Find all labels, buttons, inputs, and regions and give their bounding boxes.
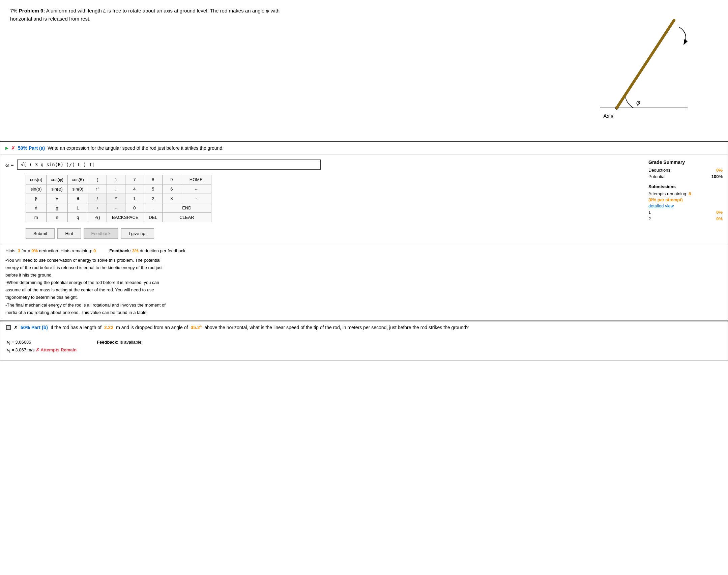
part-b-right: Feedback: is available. [97, 340, 143, 355]
part-b-section: 🔲 ✗ 50% Part (b) If the rod has a length… [0, 321, 728, 361]
deductions-row: Deductions 0% [648, 168, 723, 173]
giveup-button[interactable]: I give up! [121, 228, 154, 239]
key-gamma[interactable]: γ [47, 194, 67, 203]
key-7[interactable]: 7 [125, 175, 144, 184]
feedback-header: Feedback: 3% deduction per feedback. [109, 248, 186, 253]
key-g[interactable]: g [47, 203, 67, 213]
key-3[interactable]: 3 [162, 194, 181, 203]
part-a-description: Write an expression for the angular spee… [48, 145, 224, 151]
hint-button[interactable]: Hint [57, 228, 81, 239]
key-multiply[interactable]: * [107, 194, 125, 203]
deductions-value: 0% [716, 168, 723, 173]
hints-deduction-label: deduction. Hints remaining: [39, 248, 93, 253]
key-2[interactable]: 2 [144, 194, 162, 203]
key-d[interactable]: d [26, 203, 47, 213]
key-cos-alpha[interactable]: cos(α) [26, 175, 47, 184]
key-m[interactable]: m [26, 213, 47, 222]
key-4[interactable]: 4 [125, 184, 144, 194]
potential-value: 100% [711, 174, 723, 179]
key-cos-phi[interactable]: cos(φ) [47, 175, 67, 184]
part-b-desc-end: above the horizontal, what is the linear… [204, 325, 469, 330]
key-n[interactable]: n [47, 213, 67, 222]
main-container: 7% Problem 9: A uniform rod with length … [0, 0, 728, 575]
key-del[interactable]: DEL [144, 213, 162, 222]
key-0[interactable]: 0 [125, 203, 144, 213]
grade-summary-title: Grade Summary [648, 160, 723, 165]
key-end[interactable]: END [162, 203, 211, 213]
problem-section: 7% Problem 9: A uniform rod with length … [0, 0, 728, 142]
vt-value-2: = 3.067 m/s [11, 347, 34, 352]
key-8[interactable]: 8 [144, 175, 162, 184]
grade-summary: Grade Summary Deductions 0% Potential 10… [648, 160, 723, 239]
key-divide[interactable]: / [88, 194, 107, 203]
key-beta[interactable]: β [26, 194, 47, 203]
hints-body: -You will need to use conservation of en… [5, 257, 723, 316]
key-right-arrow[interactable]: → [181, 194, 211, 203]
hint-3: -The final mechanical energy of the rod … [5, 301, 174, 316]
part-b-x-icon: ✗ [14, 325, 18, 330]
key-sin-theta[interactable]: sin(θ) [67, 184, 88, 194]
key-plus[interactable]: + [88, 203, 107, 213]
key-close-paren[interactable]: ) [107, 175, 125, 184]
key-L[interactable]: L [67, 203, 88, 213]
submission-2-val: 0% [716, 216, 723, 221]
hints-text: -You will need to use conservation of en… [5, 257, 174, 316]
vt-value-1: = 3.06686 [11, 340, 31, 345]
svg-text:φ: φ [636, 99, 640, 106]
detailed-view-line: detailed view [648, 203, 723, 208]
part-b-angle: 35.2° [191, 325, 202, 330]
submissions-section: Submissions Attempts remaining: 8 (0% pe… [648, 184, 723, 221]
feedback-button[interactable]: Feedback [84, 228, 118, 239]
key-9[interactable]: 9 [162, 175, 181, 184]
key-sin-phi[interactable]: sin(φ) [47, 184, 67, 194]
answer-input[interactable] [17, 160, 321, 170]
part-b-unit: m and is dropped from an angle of [116, 325, 188, 330]
potential-label: Potential [648, 174, 666, 179]
key-clear[interactable]: CLEAR [162, 213, 211, 222]
part-a-main: ω = cos(α) cos(φ) cos(θ) ( ) 7 8 [5, 160, 642, 239]
part-b-label: 50% Part (b) [21, 325, 48, 330]
svg-line-3 [617, 20, 674, 108]
part-b-feedback-text: is available. [120, 340, 143, 345]
key-cos-theta[interactable]: cos(θ) [67, 175, 88, 184]
submissions-title: Submissions [648, 184, 723, 189]
key-minus[interactable]: - [107, 203, 125, 213]
key-home[interactable]: HOME [181, 175, 211, 184]
deductions-label: Deductions [648, 168, 670, 173]
key-up-caret[interactable]: ↑^ [88, 184, 107, 194]
hints-deduction: 0% [31, 248, 38, 253]
value-line-1: vt = 3.06686 [7, 340, 77, 346]
svg-text:Axis: Axis [603, 113, 613, 119]
detailed-view-link[interactable]: detailed view [648, 203, 674, 208]
submission-2-row: 2 0% [648, 216, 723, 221]
submission-2-num: 2 [648, 216, 651, 221]
key-1[interactable]: 1 [125, 194, 144, 203]
key-backspace[interactable]: BACKSPACE [107, 213, 144, 222]
key-left-arrow[interactable]: ← [181, 184, 211, 194]
answer-row: ω = [5, 160, 642, 170]
part-a-content: ω = cos(α) cos(φ) cos(θ) ( ) 7 8 [0, 154, 728, 244]
attempts-value: 8 [689, 191, 691, 196]
problem-title: 7% Problem 9: A uniform rod with length … [10, 7, 280, 23]
vt-sub-2: t [9, 349, 10, 353]
hint-1: -You will need to use conservation of en… [5, 257, 174, 279]
key-sin-alpha[interactable]: sin(α) [26, 184, 47, 194]
key-theta[interactable]: θ [67, 194, 88, 203]
hints-section: Hints: 3 for a 0% deduction. Hints remai… [0, 244, 728, 321]
hint-2: -When determining the potential energy o… [5, 279, 174, 301]
hints-remaining: 0 [93, 248, 96, 253]
key-sqrt[interactable]: √() [88, 213, 107, 222]
key-q[interactable]: q [67, 213, 88, 222]
key-dot[interactable]: . [144, 203, 162, 213]
answer-label: ω = [5, 162, 14, 168]
part-b-desc-start: If the rod has a length of [51, 325, 101, 330]
key-open-paren[interactable]: ( [88, 175, 107, 184]
feedback-pct: 3% [132, 248, 139, 253]
key-5[interactable]: 5 [144, 184, 162, 194]
rod-diagram: φ Axis [559, 7, 694, 135]
key-6[interactable]: 6 [162, 184, 181, 194]
key-down[interactable]: ↓ [107, 184, 125, 194]
submit-button[interactable]: Submit [26, 228, 55, 239]
problem-label: Problem 9: [19, 8, 45, 13]
submission-1-val: 0% [716, 210, 723, 215]
